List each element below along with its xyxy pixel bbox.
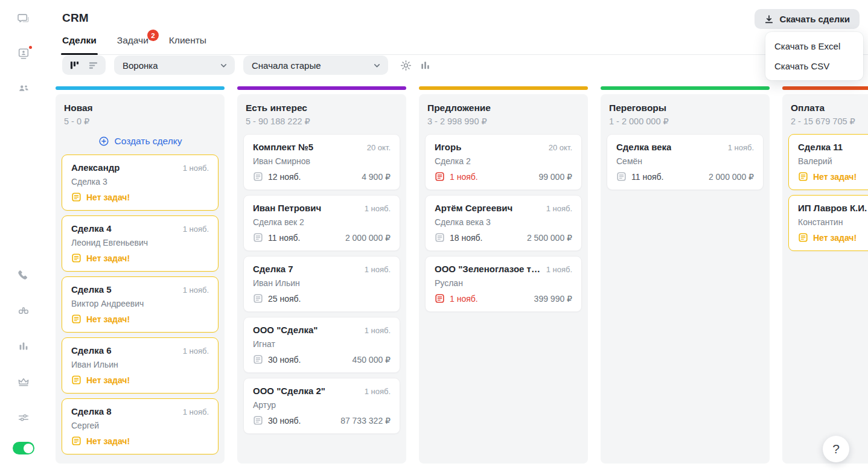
bar-chart-icon[interactable] <box>16 339 31 354</box>
column-title: Новая <box>62 103 219 113</box>
kanban-column: Новая5 - 0 ₽Создать сделкуАлександр1 ноя… <box>56 86 225 464</box>
deal-contact: Сделка 3 <box>71 177 209 186</box>
task-icon <box>253 171 263 182</box>
deal-title: Сделка 4 <box>71 223 112 234</box>
task-status: Нет задач! <box>71 375 130 385</box>
task-icon <box>71 436 81 446</box>
deal-title: ООО "Зеленоглазое так… <box>435 264 541 274</box>
deal-contact: Руслан <box>435 278 572 288</box>
chevron-down-icon <box>220 62 228 69</box>
icon-sidebar <box>0 0 47 475</box>
column-body: Предложение3 - 2 998 990 ₽Игорь20 окт.Сд… <box>419 94 588 464</box>
deal-card[interactable]: Иван Петрович1 нояб.Сделка век 211 нояб.… <box>243 195 400 251</box>
menu-item-excel[interactable]: Скачать в Excel <box>765 36 863 56</box>
deal-contact: Артур <box>253 400 391 410</box>
stats-icon[interactable] <box>420 60 430 71</box>
kanban-view-icon[interactable] <box>69 60 80 71</box>
task-icon <box>435 171 445 182</box>
binoculars-icon[interactable] <box>16 304 31 318</box>
task-status: Нет задач! <box>798 232 857 243</box>
deal-title: ИП Лавров К.И. <box>798 203 867 213</box>
deal-card[interactable]: Сделка 81 нояб.СергейНет задач! <box>62 398 219 454</box>
task-icon <box>798 232 808 243</box>
sort-select[interactable]: Сначала старые <box>243 56 388 75</box>
column-summary: 5 - 0 ₽ <box>62 116 219 126</box>
deal-card[interactable]: Сделка века1 нояб.Семён11 нояб.2 000 000… <box>607 134 764 190</box>
deal-date: 1 нояб. <box>365 326 391 335</box>
task-icon <box>71 375 81 385</box>
deal-card[interactable]: ООО "Зеленоглазое так…1 нояб.Руслан1 ноя… <box>425 256 582 312</box>
column-body: Есть интерес5 - 90 188 222 ₽Комплект №52… <box>237 94 406 464</box>
deal-card[interactable]: Игорь20 окт.Сделка 21 нояб.99 000 ₽ <box>425 134 582 190</box>
deal-contact: Константин <box>798 217 868 227</box>
task-status: 18 нояб. <box>435 232 482 243</box>
gear-icon[interactable] <box>400 60 412 71</box>
task-icon <box>616 171 627 182</box>
deal-amount: 450 000 ₽ <box>353 355 391 365</box>
download-icon <box>764 14 774 24</box>
column-accent-bar <box>237 86 406 90</box>
deal-contact: Сергей <box>71 421 209 430</box>
deal-card[interactable]: Сделка 51 нояб.Виктор АндреевичНет задач… <box>62 276 219 333</box>
deal-date: 1 нояб. <box>183 164 209 173</box>
column-title: Оплата <box>788 103 868 113</box>
sliders-icon[interactable] <box>16 410 31 425</box>
deal-title: Сделка 5 <box>71 284 112 295</box>
deal-title: Комплект №5 <box>253 142 313 152</box>
tab-tasks[interactable]: Задачи 2 <box>117 35 148 54</box>
task-icon <box>435 232 445 243</box>
people-icon[interactable] <box>16 81 31 96</box>
deal-card[interactable]: Сделка 71 нояб.Иван Ильин25 нояб. <box>243 256 400 312</box>
notification-dot <box>28 45 33 50</box>
tab-deals[interactable]: Сделки <box>62 35 97 54</box>
deal-card[interactable]: ООО "Сделка"1 нояб.Игнат30 нояб.450 000 … <box>243 317 400 373</box>
create-deal-button[interactable]: Создать сделку <box>62 136 219 147</box>
task-status: 11 нояб. <box>616 171 663 182</box>
funnel-select[interactable]: Воронка <box>114 56 235 75</box>
deal-card[interactable]: ООО "Сделка 2"1 нояб.Артур30 нояб.87 733… <box>243 378 400 434</box>
task-status: Нет задач! <box>71 192 130 202</box>
deal-contact: Игнат <box>253 339 391 349</box>
chat-icon[interactable] <box>16 11 31 26</box>
deal-card[interactable]: Сделка 61 нояб.Иван ИльинНет задач! <box>62 337 219 394</box>
deal-card[interactable]: Артём Сергеевич1 нояб.Сделка века 318 но… <box>425 195 582 251</box>
contacts-icon[interactable] <box>16 46 31 61</box>
menu-item-csv[interactable]: Скачать CSV <box>765 56 863 76</box>
availability-toggle[interactable] <box>13 442 34 454</box>
column-summary: 5 - 90 188 222 ₽ <box>243 116 400 126</box>
card-list: Игорь20 окт.Сделка 21 нояб.99 000 ₽Артём… <box>425 134 582 312</box>
download-deals-button[interactable]: Скачать сделки <box>755 9 860 29</box>
deal-contact: Валерий <box>798 156 868 166</box>
deal-amount: 2 000 000 ₽ <box>345 233 391 243</box>
tasks-count-badge: 2 <box>147 30 159 41</box>
task-icon <box>435 293 445 304</box>
download-dropdown-menu: Скачать в Excel Скачать CSV <box>765 32 863 80</box>
deal-amount: 87 733 322 ₽ <box>340 416 391 426</box>
crown-icon[interactable] <box>16 375 31 389</box>
deal-card[interactable]: Комплект №520 окт.Иван Смирнов12 нояб.4 … <box>243 134 400 190</box>
phone-icon[interactable] <box>16 268 31 282</box>
kanban-column: Оплата2 - 15 679 705 ₽Сделка 11ВалерийНе… <box>782 86 868 464</box>
column-accent-bar <box>56 86 225 90</box>
deal-contact: Иван Ильин <box>71 360 209 369</box>
deal-card[interactable]: Сделка 41 нояб.Леонид ЕвгеньевичНет зада… <box>62 215 219 272</box>
deal-date: 20 окт. <box>367 143 391 152</box>
task-icon <box>253 232 263 243</box>
card-list: Александр1 нояб.Сделка 3Нет задач!Сделка… <box>62 155 219 454</box>
help-button[interactable]: ? <box>823 436 849 462</box>
list-view-icon[interactable] <box>88 60 98 71</box>
column-title: Есть интерес <box>243 103 400 113</box>
task-status: 1 нояб. <box>435 293 478 304</box>
deal-date: 1 нояб. <box>728 143 754 152</box>
deal-date: 1 нояб. <box>183 407 209 416</box>
deal-title: Иван Петрович <box>253 203 321 213</box>
column-summary: 2 - 15 679 705 ₽ <box>788 116 868 126</box>
view-switcher <box>62 56 106 75</box>
column-accent-bar <box>419 86 588 90</box>
deal-date: 1 нояб. <box>365 204 391 213</box>
tab-clients[interactable]: Клиенты <box>169 35 206 54</box>
deal-card[interactable]: Сделка 11ВалерийНет задач! <box>788 134 868 190</box>
deal-card[interactable]: ИП Лавров К.И.КонстантинНет задач! <box>788 195 868 251</box>
deal-card[interactable]: Александр1 нояб.Сделка 3Нет задач! <box>62 155 219 211</box>
task-icon <box>798 171 808 182</box>
